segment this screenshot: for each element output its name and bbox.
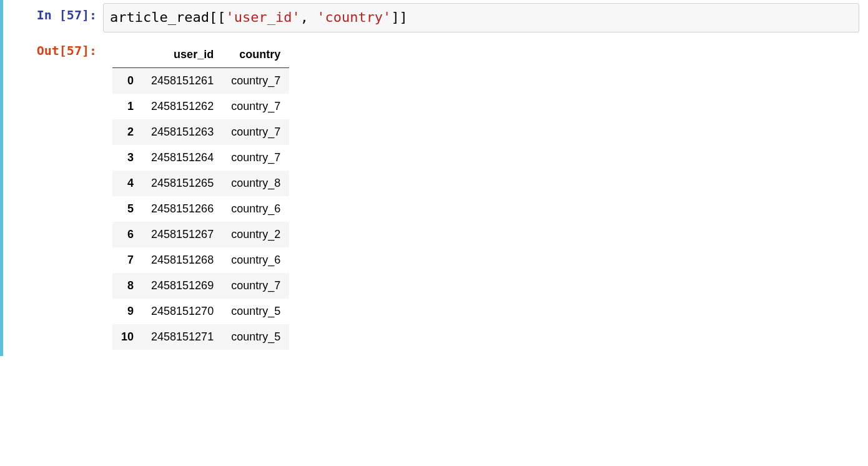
cell-user_id: 2458151269 — [142, 273, 222, 299]
table-header-country: country — [222, 42, 289, 68]
cell-country: country_7 — [222, 145, 289, 171]
output-area: Out[57]: user_id country 02458151261coun… — [3, 36, 868, 356]
row-index: 4 — [112, 171, 142, 196]
table-header-user_id: user_id — [142, 42, 222, 68]
cell-country: country_6 — [222, 247, 289, 273]
cell-user_id: 2458151265 — [142, 171, 222, 196]
cell-country: country_6 — [222, 196, 289, 222]
code-token: , — [300, 9, 317, 25]
code-token: article_read[[ — [110, 9, 225, 25]
cell-user_id: 2458151267 — [142, 222, 222, 247]
row-index: 10 — [112, 324, 142, 350]
table-row: 12458151262country_7 — [112, 94, 289, 119]
row-index: 3 — [112, 145, 142, 171]
row-index: 7 — [112, 247, 142, 273]
row-index: 6 — [112, 222, 142, 247]
cell-user_id: 2458151263 — [142, 119, 222, 145]
table-header-row: user_id country — [112, 42, 289, 68]
table-row: 102458151271country_5 — [112, 324, 289, 350]
row-index: 8 — [112, 273, 142, 299]
cell-country: country_7 — [222, 94, 289, 119]
dataframe-table: user_id country 02458151261country_71245… — [112, 42, 289, 350]
row-index: 0 — [112, 67, 142, 94]
table-row: 52458151266country_6 — [112, 196, 289, 222]
output-content: user_id country 02458151261country_71245… — [103, 39, 868, 353]
cell-country: country_5 — [222, 299, 289, 324]
table-row: 92458151270country_5 — [112, 299, 289, 324]
cell-inner: In [57]: article_read[['user_id', 'count… — [3, 0, 868, 356]
table-row: 72458151268country_6 — [112, 247, 289, 273]
cell-country: country_7 — [222, 119, 289, 145]
table-row: 62458151267country_2 — [112, 222, 289, 247]
row-index: 9 — [112, 299, 142, 324]
code-string-token: 'country' — [317, 9, 391, 25]
row-index: 5 — [112, 196, 142, 222]
table-header-blank — [112, 42, 142, 68]
output-prompt: Out[57]: — [3, 39, 103, 62]
cell-country: country_8 — [222, 171, 289, 196]
code-string-token: 'user_id' — [225, 9, 300, 25]
input-prompt: In [57]: — [3, 3, 103, 27]
cell-country: country_7 — [222, 67, 289, 94]
cell-user_id: 2458151266 — [142, 196, 222, 222]
cell-user_id: 2458151261 — [142, 67, 222, 94]
row-index: 2 — [112, 119, 142, 145]
row-index: 1 — [112, 94, 142, 119]
table-row: 42458151265country_8 — [112, 171, 289, 196]
cell-country: country_5 — [222, 324, 289, 350]
input-area: In [57]: article_read[['user_id', 'count… — [3, 0, 868, 36]
table-row: 32458151264country_7 — [112, 145, 289, 171]
table-row: 22458151263country_7 — [112, 119, 289, 145]
code-token: ]] — [391, 9, 408, 25]
cell-country: country_7 — [222, 273, 289, 299]
table-row: 82458151269country_7 — [112, 273, 289, 299]
cell-user_id: 2458151264 — [142, 145, 222, 171]
cell-user_id: 2458151271 — [142, 324, 222, 350]
notebook-cell: In [57]: article_read[['user_id', 'count… — [0, 0, 868, 356]
table-row: 02458151261country_7 — [112, 67, 289, 94]
cell-user_id: 2458151268 — [142, 247, 222, 273]
cell-user_id: 2458151262 — [142, 94, 222, 119]
cell-country: country_2 — [222, 222, 289, 247]
cell-user_id: 2458151270 — [142, 299, 222, 324]
code-input[interactable]: article_read[['user_id', 'country']] — [103, 3, 859, 32]
